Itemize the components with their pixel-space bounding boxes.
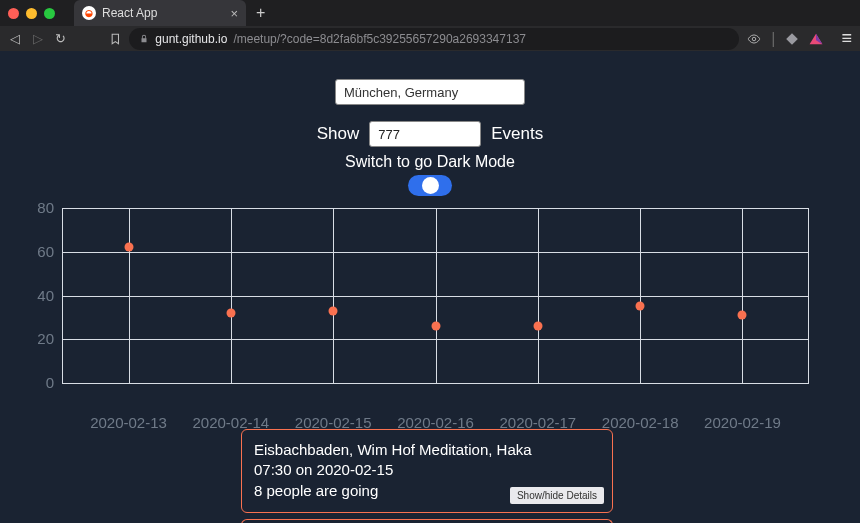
url-field[interactable]: gunt.github.io/meetup/?code=8d2fa6bf5c39… [129,28,739,50]
show-hide-details-button[interactable]: Show/hide Details [510,487,604,504]
url-path: /meetup/?code=8d2fa6bf5c39255657290a2693… [233,32,526,46]
events-label: Events [491,124,543,144]
addr-right: | ≡ [747,28,852,49]
window-minimize[interactable] [26,8,37,19]
new-tab-button[interactable]: + [256,4,265,22]
extension-icon-2[interactable] [809,33,823,45]
event-card: Eisbachbaden, Wim Hof Meditation, Haka 0… [241,429,613,513]
tab-close-icon[interactable]: × [230,6,238,21]
nav-back-icon[interactable]: ◁ [8,31,22,46]
city-input[interactable] [335,79,525,105]
event-count-input[interactable] [369,121,481,147]
x-tick-label: 2020-02-18 [602,414,679,431]
x-tick-label: 2020-02-19 [704,414,781,431]
extension-icon-1[interactable] [785,32,799,46]
x-tick-label: 2020-02-13 [90,414,167,431]
tab-favicon: ◒ [82,6,96,20]
event-title: Eisbachbaden, Wim Hof Meditation, Haka [254,440,600,460]
nav-forward-icon: ▷ [30,31,44,46]
window-zoom[interactable] [44,8,55,19]
y-tick-label: 0 [26,374,54,391]
y-tick-label: 60 [26,243,54,260]
app-page: Show Events Switch to go Dark Mode 02040… [0,51,860,523]
url-host: gunt.github.io [155,32,227,46]
event-card-next [241,519,613,523]
chart-point [329,306,338,315]
toggle-knob [422,177,439,194]
event-time: 07:30 on 2020-02-15 [254,460,600,480]
svg-point-0 [753,37,757,41]
y-tick-label: 20 [26,330,54,347]
chart-point [738,311,747,320]
chart-point [431,322,440,331]
dark-mode-toggle[interactable] [408,175,452,196]
events-chart: 0204060802020-02-132020-02-142020-02-152… [62,203,809,407]
menu-icon[interactable]: ≡ [841,28,852,49]
bookmark-icon[interactable] [109,32,122,46]
chart-point [124,243,133,252]
view-icon[interactable] [747,32,761,46]
chart-point [226,309,235,318]
browser-tab[interactable]: ◒ React App × [74,0,246,26]
y-tick-label: 80 [26,199,54,216]
nav-reload-icon[interactable]: ↻ [53,31,67,46]
chart-point [533,322,542,331]
show-label: Show [317,124,360,144]
tab-bar: ◒ React App × + [0,0,860,26]
dark-mode-label: Switch to go Dark Mode [0,153,860,171]
y-tick-label: 40 [26,287,54,304]
window-close[interactable] [8,8,19,19]
browser-chrome: ◒ React App × + ◁ ▷ ↻ gunt.github.io/mee… [0,0,860,51]
lock-icon [139,34,149,44]
address-bar: ◁ ▷ ↻ gunt.github.io/meetup/?code=8d2fa6… [0,26,860,51]
chart-point [636,302,645,311]
tab-title: React App [102,6,157,20]
